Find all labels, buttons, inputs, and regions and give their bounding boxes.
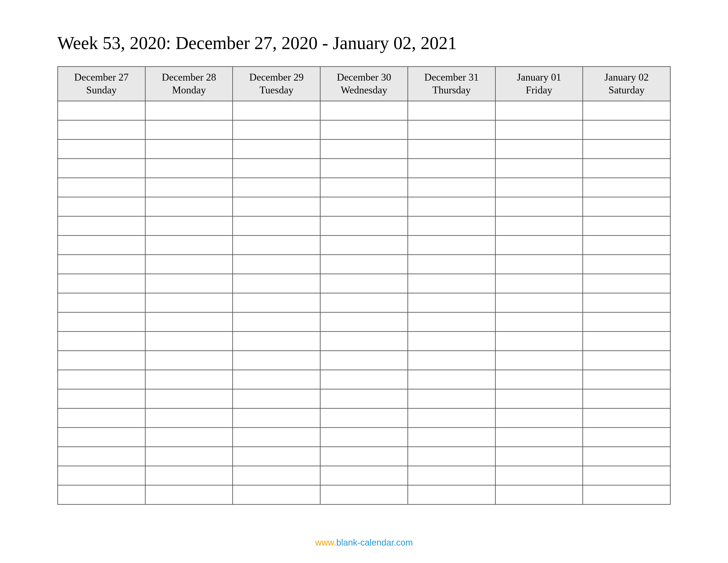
calendar-cell[interactable] [145, 332, 233, 351]
calendar-cell[interactable] [320, 159, 408, 178]
calendar-cell[interactable] [320, 409, 408, 428]
calendar-cell[interactable] [58, 255, 145, 274]
calendar-cell[interactable] [58, 351, 145, 370]
calendar-cell[interactable] [145, 428, 233, 447]
calendar-cell[interactable] [58, 235, 145, 255]
calendar-cell[interactable] [145, 274, 233, 293]
calendar-cell[interactable] [495, 447, 583, 466]
calendar-cell[interactable] [320, 235, 408, 255]
calendar-cell[interactable] [233, 178, 320, 197]
calendar-cell[interactable] [233, 351, 320, 370]
calendar-cell[interactable] [320, 197, 408, 216]
calendar-cell[interactable] [583, 178, 670, 197]
calendar-cell[interactable] [495, 370, 583, 389]
calendar-cell[interactable] [233, 274, 320, 293]
calendar-cell[interactable] [233, 409, 320, 428]
calendar-cell[interactable] [58, 332, 145, 351]
calendar-cell[interactable] [495, 274, 583, 293]
calendar-cell[interactable] [408, 466, 495, 485]
calendar-cell[interactable] [495, 139, 583, 159]
calendar-cell[interactable] [233, 216, 320, 235]
calendar-cell[interactable] [58, 274, 145, 293]
calendar-cell[interactable] [495, 293, 583, 313]
footer-link[interactable]: www.blank-calendar.com [0, 538, 728, 548]
calendar-cell[interactable] [58, 447, 145, 466]
calendar-cell[interactable] [408, 159, 495, 178]
calendar-cell[interactable] [408, 409, 495, 428]
calendar-cell[interactable] [320, 466, 408, 485]
calendar-cell[interactable] [58, 313, 145, 332]
calendar-cell[interactable] [58, 370, 145, 389]
calendar-cell[interactable] [145, 216, 233, 235]
calendar-cell[interactable] [583, 428, 670, 447]
calendar-cell[interactable] [233, 197, 320, 216]
calendar-cell[interactable] [320, 120, 408, 139]
calendar-cell[interactable] [408, 370, 495, 389]
calendar-cell[interactable] [233, 370, 320, 389]
calendar-cell[interactable] [58, 216, 145, 235]
calendar-cell[interactable] [58, 159, 145, 178]
calendar-cell[interactable] [495, 409, 583, 428]
calendar-cell[interactable] [408, 139, 495, 159]
calendar-cell[interactable] [58, 139, 145, 159]
calendar-cell[interactable] [145, 409, 233, 428]
calendar-cell[interactable] [145, 197, 233, 216]
calendar-cell[interactable] [495, 101, 583, 120]
calendar-cell[interactable] [495, 485, 583, 505]
calendar-cell[interactable] [583, 216, 670, 235]
calendar-cell[interactable] [320, 389, 408, 409]
calendar-cell[interactable] [145, 178, 233, 197]
calendar-cell[interactable] [495, 428, 583, 447]
calendar-cell[interactable] [583, 255, 670, 274]
calendar-cell[interactable] [583, 159, 670, 178]
calendar-cell[interactable] [145, 485, 233, 505]
calendar-cell[interactable] [583, 235, 670, 255]
calendar-cell[interactable] [583, 139, 670, 159]
calendar-cell[interactable] [145, 139, 233, 159]
calendar-cell[interactable] [583, 485, 670, 505]
calendar-cell[interactable] [320, 370, 408, 389]
calendar-cell[interactable] [320, 101, 408, 120]
calendar-cell[interactable] [320, 332, 408, 351]
calendar-cell[interactable] [58, 293, 145, 313]
calendar-cell[interactable] [495, 332, 583, 351]
calendar-cell[interactable] [320, 293, 408, 313]
calendar-cell[interactable] [583, 466, 670, 485]
calendar-cell[interactable] [233, 120, 320, 139]
calendar-cell[interactable] [320, 351, 408, 370]
calendar-cell[interactable] [233, 466, 320, 485]
calendar-cell[interactable] [145, 235, 233, 255]
calendar-cell[interactable] [495, 235, 583, 255]
calendar-cell[interactable] [145, 101, 233, 120]
calendar-cell[interactable] [58, 485, 145, 505]
calendar-cell[interactable] [320, 274, 408, 293]
calendar-cell[interactable] [408, 197, 495, 216]
calendar-cell[interactable] [495, 255, 583, 274]
calendar-cell[interactable] [145, 466, 233, 485]
calendar-cell[interactable] [495, 389, 583, 409]
calendar-cell[interactable] [495, 178, 583, 197]
calendar-cell[interactable] [145, 351, 233, 370]
calendar-cell[interactable] [320, 485, 408, 505]
calendar-cell[interactable] [583, 447, 670, 466]
calendar-cell[interactable] [583, 274, 670, 293]
calendar-cell[interactable] [233, 235, 320, 255]
calendar-cell[interactable] [320, 178, 408, 197]
calendar-cell[interactable] [233, 428, 320, 447]
calendar-cell[interactable] [145, 159, 233, 178]
calendar-cell[interactable] [58, 409, 145, 428]
calendar-cell[interactable] [583, 409, 670, 428]
calendar-cell[interactable] [583, 370, 670, 389]
calendar-cell[interactable] [583, 120, 670, 139]
calendar-cell[interactable] [408, 120, 495, 139]
calendar-cell[interactable] [408, 332, 495, 351]
calendar-cell[interactable] [495, 351, 583, 370]
calendar-cell[interactable] [320, 255, 408, 274]
calendar-cell[interactable] [495, 197, 583, 216]
calendar-cell[interactable] [145, 370, 233, 389]
calendar-cell[interactable] [145, 389, 233, 409]
calendar-cell[interactable] [408, 255, 495, 274]
calendar-cell[interactable] [233, 332, 320, 351]
calendar-cell[interactable] [233, 485, 320, 505]
calendar-cell[interactable] [408, 351, 495, 370]
